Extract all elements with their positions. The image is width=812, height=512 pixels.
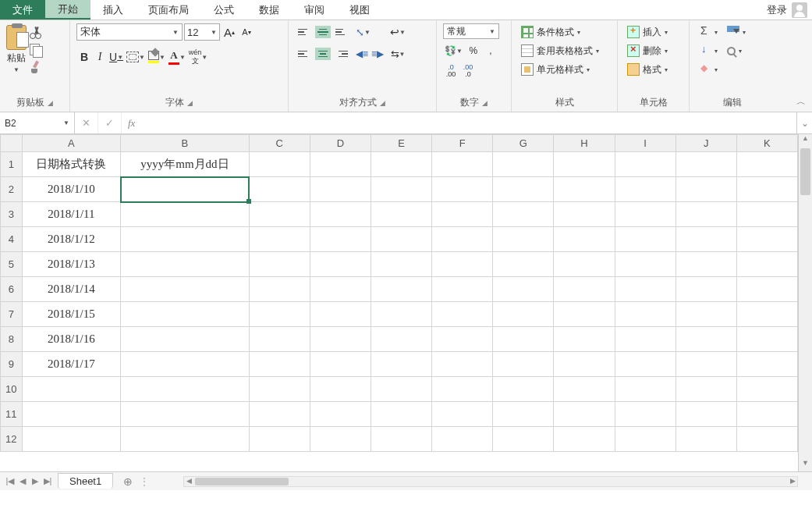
cell-I1[interactable] (615, 152, 675, 177)
cell-I5[interactable] (615, 252, 675, 277)
cell-F12[interactable] (432, 427, 493, 452)
row-header-4[interactable]: 4 (1, 227, 23, 252)
cell-E2[interactable] (371, 177, 432, 202)
cell-B2[interactable] (121, 177, 250, 202)
row-header-11[interactable]: 11 (1, 402, 23, 427)
col-header-A[interactable]: A (22, 135, 120, 152)
cell-C10[interactable] (249, 377, 310, 402)
grow-font-button[interactable]: A▴ (222, 23, 237, 41)
cell-E4[interactable] (371, 227, 432, 252)
clear-button[interactable]: ▾ (696, 61, 721, 78)
cell-D11[interactable] (310, 402, 371, 427)
orientation-button[interactable]: ⤡▼ (354, 23, 372, 41)
menu-tab-layout[interactable]: 页面布局 (136, 0, 201, 20)
cell-I10[interactable] (615, 377, 675, 402)
first-sheet-button[interactable]: |◀ (5, 476, 16, 486)
decrease-decimal-button[interactable]: .00.0 (460, 62, 476, 80)
cell-G10[interactable] (493, 377, 554, 402)
col-header-G[interactable]: G (493, 135, 554, 152)
cell-J10[interactable] (675, 377, 736, 402)
scroll-thumb[interactable] (800, 148, 810, 195)
cell-C1[interactable] (249, 152, 310, 177)
cell-A2[interactable]: 2018/1/10 (22, 177, 120, 202)
currency-button[interactable]: 💱▼ (443, 42, 464, 59)
font-color-button[interactable]: A▼ (167, 48, 187, 66)
font-size-select[interactable]: 12▼ (184, 23, 220, 41)
cell-H3[interactable] (554, 202, 615, 227)
prev-sheet-button[interactable]: ◀ (17, 476, 28, 486)
cell-F2[interactable] (432, 177, 493, 202)
cell-A12[interactable] (22, 427, 120, 452)
menu-file[interactable]: 文件 (0, 0, 45, 20)
cell-J8[interactable] (675, 327, 736, 352)
paste-button[interactable]: 粘贴 ▼ (6, 23, 27, 73)
shrink-font-button[interactable]: A▾ (239, 23, 254, 41)
cell-D10[interactable] (310, 377, 371, 402)
cell-D2[interactable] (310, 177, 371, 202)
menu-tab-formulas[interactable]: 公式 (201, 0, 246, 20)
comma-button[interactable]: , (483, 42, 498, 59)
last-sheet-button[interactable]: ▶| (42, 476, 53, 486)
cell-J1[interactable] (675, 152, 736, 177)
collapse-ribbon-button[interactable]: ︿ (796, 95, 806, 108)
cell-I8[interactable] (615, 327, 675, 352)
cell-D5[interactable] (310, 252, 371, 277)
cell-E8[interactable] (371, 327, 432, 352)
cell-F10[interactable] (432, 377, 493, 402)
name-box[interactable]: B2▼ (0, 112, 75, 133)
cell-H9[interactable] (554, 352, 615, 377)
cell-E9[interactable] (371, 352, 432, 377)
cell-B4[interactable] (121, 227, 250, 252)
formula-input[interactable] (141, 112, 796, 133)
cell-I2[interactable] (615, 177, 675, 202)
hscroll-thumb[interactable] (195, 478, 289, 485)
enter-formula-button[interactable]: ✓ (98, 112, 122, 133)
cell-G2[interactable] (493, 177, 554, 202)
fill-button[interactable]: ▾ (696, 42, 721, 59)
cell-F5[interactable] (432, 252, 493, 277)
cell-D3[interactable] (310, 202, 371, 227)
cell-C12[interactable] (249, 427, 310, 452)
cell-K6[interactable] (736, 277, 797, 302)
cell-H12[interactable] (554, 427, 615, 452)
decrease-indent-button[interactable]: ◀≡ (354, 45, 370, 62)
font-name-select[interactable]: 宋体▼ (76, 23, 183, 41)
menu-tab-data[interactable]: 数据 (246, 0, 292, 20)
wrap-text-button[interactable]: ↩▼ (388, 23, 407, 41)
cell-J3[interactable] (675, 202, 736, 227)
row-header-5[interactable]: 5 (1, 252, 23, 277)
align-top-button[interactable] (295, 23, 314, 41)
cell-F3[interactable] (432, 202, 493, 227)
cell-F9[interactable] (432, 352, 493, 377)
col-header-E[interactable]: E (371, 135, 432, 152)
cell-G8[interactable] (493, 327, 554, 352)
row-header-7[interactable]: 7 (1, 302, 23, 327)
col-header-K[interactable]: K (736, 135, 797, 152)
align-bottom-button[interactable] (332, 23, 351, 41)
cell-E11[interactable] (371, 402, 432, 427)
format-painter-button[interactable] (30, 61, 42, 73)
cell-D9[interactable] (310, 352, 371, 377)
cell-A4[interactable]: 2018/1/12 (22, 227, 120, 252)
select-all-corner[interactable] (1, 135, 23, 152)
cell-B10[interactable] (121, 377, 250, 402)
cell-H7[interactable] (554, 302, 615, 327)
cell-K4[interactable] (736, 227, 797, 252)
cell-H6[interactable] (554, 277, 615, 302)
cell-K8[interactable] (736, 327, 797, 352)
cell-C5[interactable] (249, 252, 310, 277)
cell-A5[interactable]: 2018/1/13 (22, 252, 120, 277)
cell-E6[interactable] (371, 277, 432, 302)
conditional-format-button[interactable]: 条件格式▾ (518, 23, 583, 41)
cell-G4[interactable] (493, 227, 554, 252)
cell-B6[interactable] (121, 277, 250, 302)
cell-K10[interactable] (736, 377, 797, 402)
cell-F1[interactable] (432, 152, 493, 177)
col-header-B[interactable]: B (121, 135, 250, 152)
cell-H11[interactable] (554, 402, 615, 427)
cell-B8[interactable] (121, 327, 250, 352)
cell-G3[interactable] (493, 202, 554, 227)
align-right-button[interactable] (332, 45, 351, 62)
vertical-scrollbar[interactable]: ▲ ▼ (798, 134, 812, 471)
sort-filter-button[interactable]: ▾ (724, 23, 749, 41)
